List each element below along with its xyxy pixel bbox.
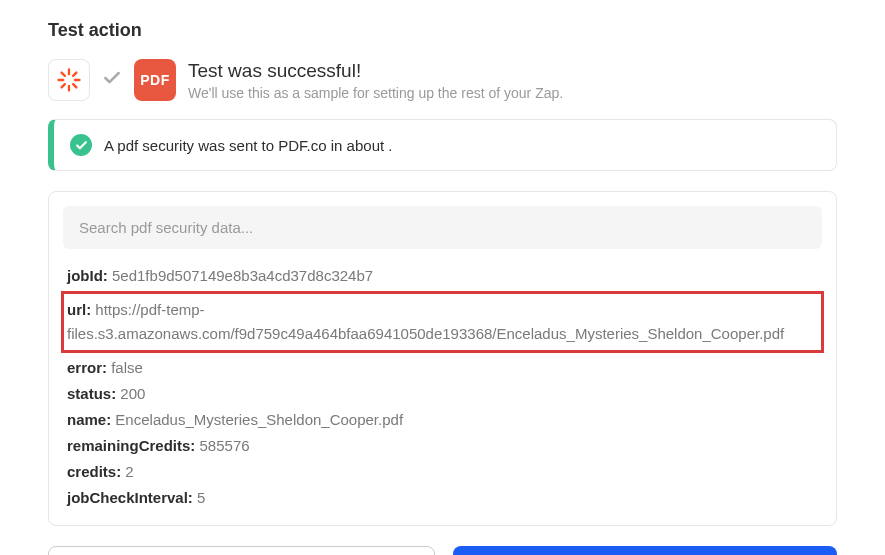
result-row-error: error: false [67, 355, 818, 381]
success-banner: A pdf security was sent to PDF.co in abo… [48, 119, 837, 171]
data-value: 2 [125, 463, 133, 480]
result-row-jobid: jobId: 5ed1fb9d507149e8b3a4cd37d8c324b7 [67, 263, 818, 289]
data-value: 5ed1fb9d507149e8b3a4cd37d8c324b7 [112, 267, 373, 284]
svg-rect-0 [68, 68, 70, 75]
data-key: name: [67, 411, 111, 428]
data-key: status: [67, 385, 116, 402]
result-row-jobcheckinterval: jobCheckInterval: 5 [67, 485, 818, 511]
result-row-credits: credits: 2 [67, 459, 818, 485]
success-message: A pdf security was sent to PDF.co in abo… [104, 137, 392, 154]
test-success-title: Test was successful! [188, 60, 563, 82]
data-key: jobCheckInterval: [67, 489, 193, 506]
result-data-list: jobId: 5ed1fb9d507149e8b3a4cd37d8c324b7 … [63, 263, 822, 511]
success-check-icon [70, 134, 92, 156]
svg-rect-5 [60, 82, 67, 89]
data-value: 585576 [200, 437, 250, 454]
test-header: PDF Test was successful! We'll use this … [48, 59, 837, 101]
data-key: url: [67, 301, 91, 318]
data-key: remainingCredits: [67, 437, 195, 454]
data-value: Enceladus_Mysteries_Sheldon_Cooper.pdf [115, 411, 403, 428]
test-success-subtitle: We'll use this as a sample for setting u… [188, 85, 563, 101]
data-value: https://pdf-temp-files.s3.amazonaws.com/… [67, 301, 784, 342]
result-row-status: status: 200 [67, 381, 818, 407]
result-row-remainingcredits: remainingCredits: 585576 [67, 433, 818, 459]
checkmark-icon [102, 68, 122, 92]
data-value: false [111, 359, 143, 376]
svg-rect-7 [71, 82, 78, 89]
svg-rect-6 [60, 71, 67, 78]
result-row-name: name: Enceladus_Mysteries_Sheldon_Cooper… [67, 407, 818, 433]
turn-on-zap-button[interactable]: Turn on Zap [453, 546, 838, 555]
data-value: 200 [120, 385, 145, 402]
svg-rect-4 [71, 71, 78, 78]
button-row: Retest action Turn on Zap [48, 546, 837, 555]
zapier-icon [48, 59, 90, 101]
data-value: 5 [197, 489, 205, 506]
svg-rect-1 [68, 85, 70, 92]
data-key: jobId: [67, 267, 108, 284]
result-row-url: url: https://pdf-temp-files.s3.amazonaws… [61, 291, 824, 353]
svg-rect-2 [57, 79, 64, 81]
section-title: Test action [48, 20, 837, 41]
data-key: credits: [67, 463, 121, 480]
svg-rect-3 [74, 79, 81, 81]
pdf-icon: PDF [134, 59, 176, 101]
retest-button[interactable]: Retest action [48, 546, 435, 555]
data-key: error: [67, 359, 107, 376]
search-input[interactable] [63, 206, 822, 249]
result-panel: jobId: 5ed1fb9d507149e8b3a4cd37d8c324b7 … [48, 191, 837, 526]
